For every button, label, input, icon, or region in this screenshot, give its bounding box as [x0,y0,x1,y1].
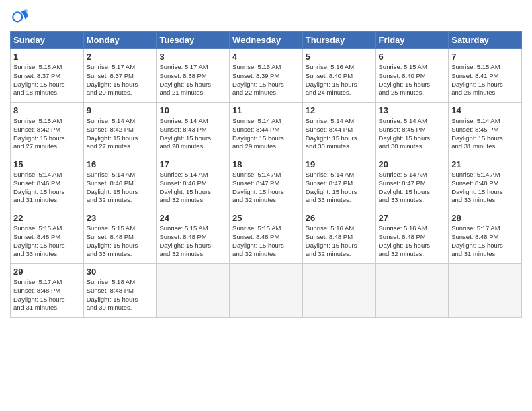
day-info: Sunrise: 5:15 AM Sunset: 8:40 PM Dayligh… [379,63,446,97]
day-number: 25 [232,213,300,223]
calendar-header-friday: Friday [375,32,449,49]
calendar-cell [230,264,303,318]
day-number: 28 [451,213,519,223]
calendar-header-tuesday: Tuesday [157,32,230,49]
day-info: Sunrise: 5:16 AM Sunset: 8:40 PM Dayligh… [306,63,373,97]
calendar: SundayMondayTuesdayWednesdayThursdayFrid… [10,31,522,318]
day-info: Sunrise: 5:15 AM Sunset: 8:48 PM Dayligh… [87,224,154,259]
day-number: 9 [87,105,154,116]
day-number: 15 [13,159,81,169]
day-number: 12 [306,105,373,116]
calendar-cell: 18Sunrise: 5:14 AM Sunset: 8:47 PM Dayli… [230,156,303,210]
calendar-cell: 4Sunrise: 5:16 AM Sunset: 8:39 PM Daylig… [230,49,303,103]
calendar-cell: 10Sunrise: 5:14 AM Sunset: 8:43 PM Dayli… [157,103,230,156]
day-info: Sunrise: 5:15 AM Sunset: 8:42 PM Dayligh… [13,117,81,151]
day-info: Sunrise: 5:18 AM Sunset: 8:37 PM Dayligh… [13,63,81,97]
day-info: Sunrise: 5:14 AM Sunset: 8:43 PM Dayligh… [159,117,226,151]
day-number: 4 [232,52,300,62]
calendar-cell: 17Sunrise: 5:14 AM Sunset: 8:46 PM Dayli… [157,156,230,210]
calendar-cell [449,264,522,318]
day-info: Sunrise: 5:14 AM Sunset: 8:46 PM Dayligh… [159,171,226,205]
day-info: Sunrise: 5:15 AM Sunset: 8:48 PM Dayligh… [159,224,226,259]
calendar-cell: 14Sunrise: 5:14 AM Sunset: 8:45 PM Dayli… [449,103,522,156]
calendar-cell: 21Sunrise: 5:14 AM Sunset: 8:48 PM Dayli… [449,156,522,210]
calendar-cell: 5Sunrise: 5:16 AM Sunset: 8:40 PM Daylig… [302,49,375,103]
calendar-cell: 30Sunrise: 5:18 AM Sunset: 8:48 PM Dayli… [83,264,157,318]
calendar-week-3: 15Sunrise: 5:14 AM Sunset: 8:46 PM Dayli… [11,156,522,210]
calendar-header-monday: Monday [83,32,157,49]
day-info: Sunrise: 5:14 AM Sunset: 8:42 PM Dayligh… [87,117,154,151]
day-info: Sunrise: 5:15 AM Sunset: 8:41 PM Dayligh… [451,63,519,97]
calendar-cell: 11Sunrise: 5:14 AM Sunset: 8:44 PM Dayli… [230,103,303,156]
day-number: 8 [13,105,81,116]
day-number: 30 [87,267,154,277]
day-number: 22 [13,213,81,223]
calendar-header-row: SundayMondayTuesdayWednesdayThursdayFrid… [11,32,522,49]
calendar-cell: 20Sunrise: 5:14 AM Sunset: 8:47 PM Dayli… [375,156,449,210]
day-number: 18 [232,159,300,169]
calendar-cell: 8Sunrise: 5:15 AM Sunset: 8:42 PM Daylig… [11,103,84,156]
calendar-cell: 2Sunrise: 5:17 AM Sunset: 8:37 PM Daylig… [83,49,157,103]
calendar-cell: 15Sunrise: 5:14 AM Sunset: 8:46 PM Dayli… [11,156,84,210]
calendar-cell: 26Sunrise: 5:16 AM Sunset: 8:48 PM Dayli… [302,210,375,264]
day-info: Sunrise: 5:18 AM Sunset: 8:48 PM Dayligh… [87,278,154,312]
day-info: Sunrise: 5:16 AM Sunset: 8:48 PM Dayligh… [379,224,446,259]
day-number: 21 [451,159,519,169]
day-number: 16 [87,159,154,169]
day-number: 27 [379,213,446,223]
day-number: 13 [379,105,446,116]
calendar-cell [375,264,449,318]
day-number: 14 [451,105,519,116]
day-info: Sunrise: 5:14 AM Sunset: 8:45 PM Dayligh… [379,117,446,151]
main-container: SundayMondayTuesdayWednesdayThursdayFrid… [0,0,532,324]
day-info: Sunrise: 5:14 AM Sunset: 8:46 PM Dayligh… [13,171,81,205]
calendar-cell: 28Sunrise: 5:17 AM Sunset: 8:48 PM Dayli… [449,210,522,264]
calendar-cell: 25Sunrise: 5:15 AM Sunset: 8:48 PM Dayli… [230,210,303,264]
day-info: Sunrise: 5:14 AM Sunset: 8:46 PM Dayligh… [87,171,154,205]
calendar-header-thursday: Thursday [302,32,375,49]
day-info: Sunrise: 5:16 AM Sunset: 8:48 PM Dayligh… [306,224,373,259]
day-info: Sunrise: 5:17 AM Sunset: 8:48 PM Dayligh… [451,224,519,259]
calendar-cell: 19Sunrise: 5:14 AM Sunset: 8:47 PM Dayli… [302,156,375,210]
day-number: 29 [13,267,81,277]
day-info: Sunrise: 5:14 AM Sunset: 8:44 PM Dayligh… [232,117,300,151]
day-number: 11 [232,105,300,116]
day-info: Sunrise: 5:17 AM Sunset: 8:38 PM Dayligh… [159,63,226,97]
header [10,7,522,26]
day-info: Sunrise: 5:15 AM Sunset: 8:48 PM Dayligh… [13,224,81,259]
calendar-cell: 16Sunrise: 5:14 AM Sunset: 8:46 PM Dayli… [83,156,157,210]
day-number: 23 [87,213,154,223]
calendar-cell: 29Sunrise: 5:17 AM Sunset: 8:48 PM Dayli… [11,264,84,318]
day-number: 17 [159,159,226,169]
day-info: Sunrise: 5:14 AM Sunset: 8:45 PM Dayligh… [451,117,519,151]
day-info: Sunrise: 5:17 AM Sunset: 8:48 PM Dayligh… [13,278,81,312]
calendar-week-2: 8Sunrise: 5:15 AM Sunset: 8:42 PM Daylig… [11,103,522,156]
calendar-cell: 23Sunrise: 5:15 AM Sunset: 8:48 PM Dayli… [83,210,157,264]
calendar-cell: 22Sunrise: 5:15 AM Sunset: 8:48 PM Dayli… [11,210,84,264]
calendar-cell: 27Sunrise: 5:16 AM Sunset: 8:48 PM Dayli… [375,210,449,264]
day-info: Sunrise: 5:14 AM Sunset: 8:44 PM Dayligh… [306,117,373,151]
day-number: 26 [306,213,373,223]
calendar-cell: 9Sunrise: 5:14 AM Sunset: 8:42 PM Daylig… [83,103,157,156]
calendar-cell: 13Sunrise: 5:14 AM Sunset: 8:45 PM Dayli… [375,103,449,156]
logo-icon [10,7,29,26]
calendar-week-4: 22Sunrise: 5:15 AM Sunset: 8:48 PM Dayli… [11,210,522,264]
day-number: 10 [159,105,226,116]
day-info: Sunrise: 5:16 AM Sunset: 8:39 PM Dayligh… [232,63,300,97]
calendar-cell: 7Sunrise: 5:15 AM Sunset: 8:41 PM Daylig… [449,49,522,103]
calendar-cell [157,264,230,318]
calendar-header-saturday: Saturday [449,32,522,49]
calendar-cell [302,264,375,318]
day-number: 7 [451,52,519,62]
logo [10,7,32,26]
calendar-week-5: 29Sunrise: 5:17 AM Sunset: 8:48 PM Dayli… [11,264,522,318]
day-number: 5 [306,52,373,62]
day-info: Sunrise: 5:17 AM Sunset: 8:37 PM Dayligh… [87,63,154,97]
calendar-header-wednesday: Wednesday [230,32,303,49]
calendar-cell: 3Sunrise: 5:17 AM Sunset: 8:38 PM Daylig… [157,49,230,103]
day-info: Sunrise: 5:14 AM Sunset: 8:47 PM Dayligh… [232,171,300,205]
day-info: Sunrise: 5:14 AM Sunset: 8:47 PM Dayligh… [306,171,373,205]
day-info: Sunrise: 5:15 AM Sunset: 8:48 PM Dayligh… [232,224,300,259]
calendar-cell: 12Sunrise: 5:14 AM Sunset: 8:44 PM Dayli… [302,103,375,156]
day-number: 24 [159,213,226,223]
